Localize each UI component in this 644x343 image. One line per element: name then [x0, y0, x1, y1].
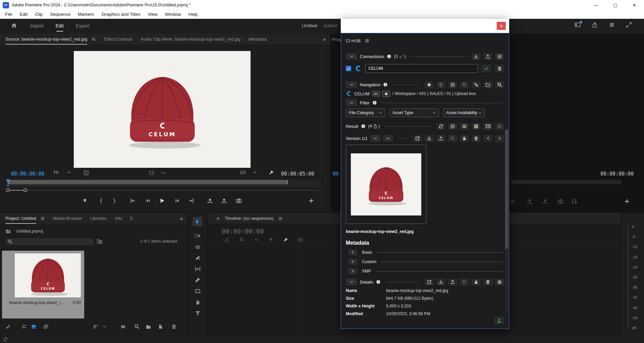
- metadata-group-xmp[interactable]: XMP: [346, 268, 504, 274]
- refresh-icon[interactable]: [436, 123, 445, 130]
- zoom-asset-icon[interactable]: [460, 279, 469, 286]
- fullscreen-icon[interactable]: [626, 21, 632, 28]
- info-icon[interactable]: [376, 280, 381, 284]
- menu-help[interactable]: Help: [184, 10, 201, 19]
- folder-up-icon[interactable]: [5, 228, 11, 234]
- menu-clip[interactable]: Clip: [31, 10, 46, 19]
- zoom-segment[interactable]: [9, 190, 25, 191]
- browse-folder-icon[interactable]: [483, 81, 492, 88]
- drag-video-only-icon[interactable]: [149, 170, 155, 176]
- delete-connection-button[interactable]: [495, 64, 504, 72]
- pen-tool[interactable]: [193, 275, 202, 285]
- upload-asset-icon[interactable]: [448, 279, 457, 286]
- step-back-icon[interactable]: [144, 196, 153, 205]
- type-tool[interactable]: [193, 308, 202, 318]
- user-account-icon[interactable]: [494, 316, 504, 325]
- project-writable-pencil-icon[interactable]: [4, 323, 12, 331]
- sort-chevron-down-icon[interactable]: [101, 323, 109, 331]
- export-frame-icon[interactable]: [234, 196, 243, 205]
- program-scrubber[interactable]: [511, 180, 621, 184]
- breadcrumb-brand[interactable]: CELUM: [354, 91, 370, 96]
- menu-file[interactable]: File: [1, 10, 16, 19]
- icon-view-icon[interactable]: [30, 323, 38, 331]
- selection-tool[interactable]: [193, 217, 202, 226]
- cihub-window-titlebar[interactable]: [341, 19, 509, 33]
- menu-edit[interactable]: Edit: [16, 10, 31, 19]
- list-view-icon[interactable]: [20, 323, 28, 331]
- home-icon[interactable]: [11, 22, 17, 29]
- home-chip[interactable]: [382, 91, 390, 97]
- file-category-dropdown[interactable]: File Category: [346, 108, 385, 117]
- snap-magnet-icon[interactable]: [239, 237, 245, 243]
- expand-chevron-icon[interactable]: [348, 268, 357, 274]
- confirm-connection-button[interactable]: [481, 64, 491, 72]
- tab-metadata[interactable]: Metadata: [249, 37, 267, 42]
- project-item-thumbnail[interactable]: [15, 253, 81, 297]
- favorite-star-icon[interactable]: [425, 81, 434, 88]
- tab-info[interactable]: Info: [115, 216, 122, 221]
- project-search-box[interactable]: [5, 238, 94, 246]
- panel-menu-icon[interactable]: [365, 38, 370, 43]
- source-zoom-bar[interactable]: [6, 188, 319, 192]
- tab-program-partial[interactable]: Prog: [332, 37, 341, 42]
- tab-audio-clip-mixer[interactable]: Audio Clip Mixer: beanie-mockup-top-view…: [141, 37, 240, 42]
- asset-type-dropdown[interactable]: Asset Type: [389, 108, 439, 117]
- marker-icon[interactable]: [268, 237, 274, 243]
- bin-breadcrumb[interactable]: Untitled.prproj: [5, 228, 43, 234]
- tab-import[interactable]: Import: [30, 23, 44, 29]
- hand-tool[interactable]: [193, 297, 202, 307]
- program-export-frame-icon[interactable]: [556, 197, 565, 206]
- expand-chevron-icon[interactable]: [348, 259, 357, 265]
- search-icon[interactable]: [495, 81, 504, 88]
- zoom-in-icon[interactable]: [460, 81, 469, 88]
- upload-connections-icon[interactable]: [483, 53, 492, 60]
- tab-overflow-icon[interactable]: »: [180, 216, 182, 221]
- automate-to-sequence-icon[interactable]: [119, 323, 127, 331]
- source-scrubber[interactable]: [6, 180, 321, 187]
- lock-asset-icon[interactable]: [472, 279, 481, 286]
- connection-name-input[interactable]: [365, 64, 478, 73]
- program-lift-icon[interactable]: [525, 197, 534, 206]
- menu-window[interactable]: Window: [161, 10, 184, 19]
- track-select-forward-tool[interactable]: [193, 231, 202, 240]
- delete-icon[interactable]: [170, 323, 178, 331]
- project-search-input[interactable]: [14, 239, 82, 244]
- playback-resolution-dropdown[interactable]: 1/2: [240, 170, 257, 175]
- program-comparison-view-icon[interactable]: [570, 197, 579, 206]
- find-icon[interactable]: [133, 323, 141, 331]
- list-view-icon[interactable]: [460, 123, 469, 130]
- tab-edit[interactable]: Edit: [56, 23, 64, 29]
- share-icon[interactable]: [591, 21, 598, 28]
- download-version-icon[interactable]: [425, 135, 434, 142]
- filter-collapse-button[interactable]: [346, 99, 357, 106]
- search-bin-icon[interactable]: [97, 238, 103, 244]
- project-item-selected[interactable]: beanie-mockup-top-view2_r... 5:00: [2, 251, 84, 318]
- menu-graphics-titles[interactable]: Graphics and Titles: [98, 10, 144, 19]
- asset-preview-image[interactable]: [351, 153, 421, 215]
- next-asset-icon[interactable]: [495, 135, 504, 142]
- program-add-button-plus-icon[interactable]: [623, 197, 631, 206]
- quick-export-panel-icon[interactable]: [574, 21, 581, 28]
- open-external-icon[interactable]: [425, 279, 434, 286]
- panel-menu-icon[interactable]: [91, 37, 96, 42]
- navigation-collapse-button[interactable]: [346, 81, 357, 88]
- add-connection-icon[interactable]: [495, 53, 504, 60]
- panel-menu-icon[interactable]: [40, 216, 45, 221]
- download-asset-icon[interactable]: [436, 279, 445, 286]
- tab-source[interactable]: Source: beanie-mockup-top-view2_red.jpg: [5, 37, 87, 42]
- tab-libraries[interactable]: Libraries: [90, 216, 107, 221]
- zoom-version-icon[interactable]: [448, 135, 457, 142]
- details-settings-gear-icon[interactable]: [495, 279, 504, 286]
- new-bin-icon[interactable]: [144, 323, 152, 331]
- card-view-icon[interactable]: [483, 123, 492, 130]
- cihub-close-button[interactable]: [497, 22, 506, 30]
- close-panel-icon[interactable]: [216, 216, 220, 220]
- expand-chevron-icon[interactable]: [348, 249, 357, 255]
- workspaces-icon[interactable]: [608, 21, 615, 28]
- asset-preview-box[interactable]: [346, 145, 426, 224]
- zoom-handle-left[interactable]: [6, 188, 10, 192]
- tab-overflow-icon[interactable]: »: [323, 37, 325, 42]
- menu-sequence[interactable]: Sequence: [46, 10, 74, 19]
- menu-markers[interactable]: Markers: [74, 10, 98, 19]
- delete-asset-icon[interactable]: [483, 279, 492, 286]
